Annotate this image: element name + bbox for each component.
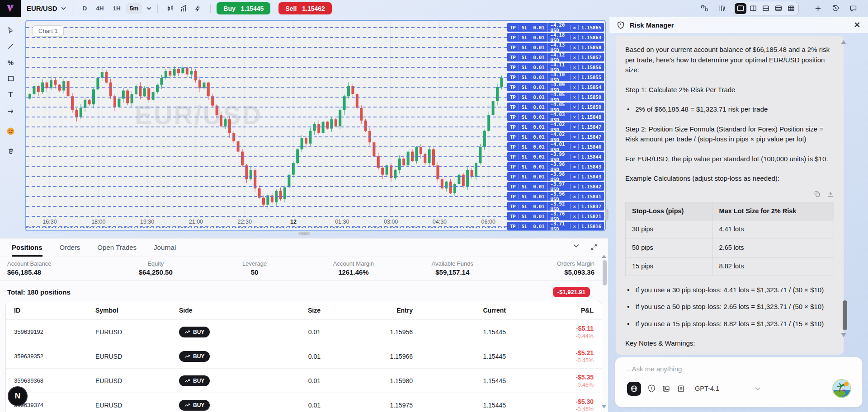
- timeframe-5m[interactable]: 5m: [126, 3, 142, 14]
- sl-button[interactable]: SL: [519, 104, 530, 110]
- position-label[interactable]: TPSL0.01-3.97 USD×1.15842: [507, 182, 604, 191]
- sl-button[interactable]: SL: [519, 184, 530, 189]
- close-position-button[interactable]: ×: [570, 55, 578, 60]
- tp-button[interactable]: TP: [507, 164, 519, 169]
- timeframe-4H[interactable]: 4H: [92, 3, 107, 14]
- timeframe-D[interactable]: D: [79, 3, 91, 14]
- rectangle-tool-icon[interactable]: [3, 71, 19, 86]
- tab-positions[interactable]: Positions: [12, 243, 42, 257]
- tp-button[interactable]: TP: [507, 65, 519, 70]
- notes-list-icon[interactable]: [677, 385, 684, 393]
- tp-button[interactable]: TP: [507, 194, 519, 199]
- sl-button[interactable]: SL: [519, 35, 530, 40]
- sl-button[interactable]: SL: [519, 224, 530, 229]
- expand-panel-icon[interactable]: [591, 244, 597, 250]
- app-logo[interactable]: [0, 0, 21, 17]
- tab-orders[interactable]: Orders: [60, 243, 80, 257]
- close-position-button[interactable]: ×: [570, 184, 578, 189]
- model-chevron-down-icon[interactable]: [755, 387, 760, 390]
- close-position-button[interactable]: ×: [570, 114, 578, 120]
- position-label[interactable]: TPSL0.01-4.11 USD×1.15856: [507, 63, 604, 71]
- tp-button[interactable]: TP: [507, 45, 519, 50]
- sl-button[interactable]: SL: [519, 214, 530, 219]
- collapse-panel-chevron-icon[interactable]: [573, 244, 579, 250]
- scroll-down-arrow-icon[interactable]: [602, 405, 606, 408]
- close-position-button[interactable]: ×: [570, 65, 578, 70]
- close-position-button[interactable]: ×: [570, 75, 578, 80]
- add-chart-icon[interactable]: [811, 3, 825, 14]
- sl-button[interactable]: SL: [519, 144, 530, 150]
- position-label[interactable]: TPSL0.01-3.98 USD×1.15843: [507, 172, 604, 181]
- arrow-tool-icon[interactable]: [3, 103, 19, 119]
- tp-button[interactable]: TP: [507, 224, 519, 229]
- sl-button[interactable]: SL: [519, 174, 530, 179]
- tp-button[interactable]: TP: [507, 55, 519, 60]
- emoji-tool-icon[interactable]: [3, 123, 19, 139]
- close-position-button[interactable]: ×: [570, 164, 578, 169]
- chart-tab-label[interactable]: Chart 1: [33, 25, 64, 37]
- tp-button[interactable]: TP: [507, 174, 519, 179]
- position-label[interactable]: TPSL0.01-4.02 USD×1.15847: [507, 132, 604, 141]
- symbol-chevron-down-icon[interactable]: [61, 7, 66, 10]
- sl-button[interactable]: SL: [519, 25, 530, 30]
- sl-button[interactable]: SL: [519, 114, 530, 120]
- position-label[interactable]: TPSL0.01-4.20 USD×1.15865: [507, 23, 604, 32]
- sl-button[interactable]: SL: [519, 55, 530, 60]
- chat-scroll-down-icon[interactable]: [841, 333, 846, 337]
- table-row[interactable]: 359639192EURUSDBUY0.011.159561.15445-$5.…: [6, 319, 602, 344]
- image-attach-icon[interactable]: [662, 385, 670, 393]
- close-position-button[interactable]: ×: [570, 194, 578, 199]
- close-position-button[interactable]: ×: [570, 124, 578, 130]
- position-label[interactable]: TPSL0.01-3.71 USD×1.15816: [507, 222, 604, 230]
- sl-button[interactable]: SL: [519, 94, 530, 100]
- close-position-button[interactable]: ×: [570, 104, 578, 110]
- percent-tool-icon[interactable]: %: [3, 55, 19, 70]
- tp-button[interactable]: TP: [507, 25, 519, 30]
- close-position-button[interactable]: ×: [570, 154, 578, 159]
- position-label[interactable]: TPSL0.01-4.09 USD×1.15854: [507, 83, 604, 91]
- chat-scrollbar-thumb[interactable]: [843, 300, 847, 330]
- assistant-avatar[interactable]: [833, 380, 850, 397]
- position-label[interactable]: TPSL0.01-3.76 USD×1.15821: [507, 212, 604, 220]
- position-label[interactable]: TPSL0.01-4.05 USD×1.15850: [507, 103, 604, 111]
- indicators-icon[interactable]: [177, 3, 191, 14]
- sl-button[interactable]: SL: [519, 65, 530, 70]
- tp-button[interactable]: TP: [507, 84, 519, 90]
- close-position-button[interactable]: ×: [570, 224, 578, 229]
- table-row[interactable]: 359639352EURUSDBUY0.011.159661.15445-$5.…: [6, 344, 602, 368]
- position-label[interactable]: TPSL0.01-4.10 USD×1.15855: [507, 73, 604, 81]
- symbol-selector-label[interactable]: EUR/USD: [27, 5, 57, 12]
- close-position-button[interactable]: ×: [570, 35, 578, 40]
- panel-scrollbar-thumb[interactable]: [603, 260, 607, 286]
- web-search-globe-icon[interactable]: [627, 382, 641, 396]
- trendline-tool-icon[interactable]: [3, 38, 19, 54]
- delete-tool-icon[interactable]: [3, 143, 19, 159]
- tab-open-trades[interactable]: Open Trades: [97, 243, 137, 257]
- close-position-button[interactable]: ×: [570, 45, 578, 50]
- tp-button[interactable]: TP: [507, 104, 519, 110]
- close-position-button[interactable]: ×: [570, 214, 578, 219]
- buy-button[interactable]: Buy 1.15445: [217, 2, 270, 14]
- close-position-button[interactable]: ×: [570, 84, 578, 90]
- close-position-button[interactable]: ×: [570, 94, 578, 100]
- layout-rows-icon[interactable]: [760, 3, 772, 14]
- user-avatar[interactable]: N: [8, 386, 28, 406]
- close-position-button[interactable]: ×: [570, 144, 578, 150]
- timeframe-chevron-down-icon[interactable]: [146, 7, 151, 10]
- table-row[interactable]: 359639374EURUSDBUY0.011.159751.15445-$5.…: [6, 393, 602, 412]
- tp-button[interactable]: TP: [507, 124, 519, 130]
- position-label[interactable]: TPSL0.01-4.12 USD×1.15857: [507, 53, 604, 61]
- tp-button[interactable]: TP: [507, 154, 519, 159]
- position-label[interactable]: TPSL0.01-4.01 USD×1.15846: [507, 142, 604, 151]
- layout-columns-icon[interactable]: [747, 3, 759, 14]
- layout-grid-icon[interactable]: [785, 3, 797, 14]
- position-label[interactable]: TPSL0.01-4.03 USD×1.15848: [507, 112, 604, 121]
- cursor-tool-icon[interactable]: [3, 22, 19, 37]
- tp-button[interactable]: TP: [507, 204, 519, 209]
- close-position-button[interactable]: ×: [570, 25, 578, 30]
- position-label[interactable]: TPSL0.01-3.98 USD×1.15843: [507, 162, 604, 171]
- close-position-button[interactable]: ×: [570, 134, 578, 140]
- sl-button[interactable]: SL: [519, 45, 530, 50]
- copy-icon[interactable]: [814, 191, 821, 197]
- sl-button[interactable]: SL: [519, 75, 530, 80]
